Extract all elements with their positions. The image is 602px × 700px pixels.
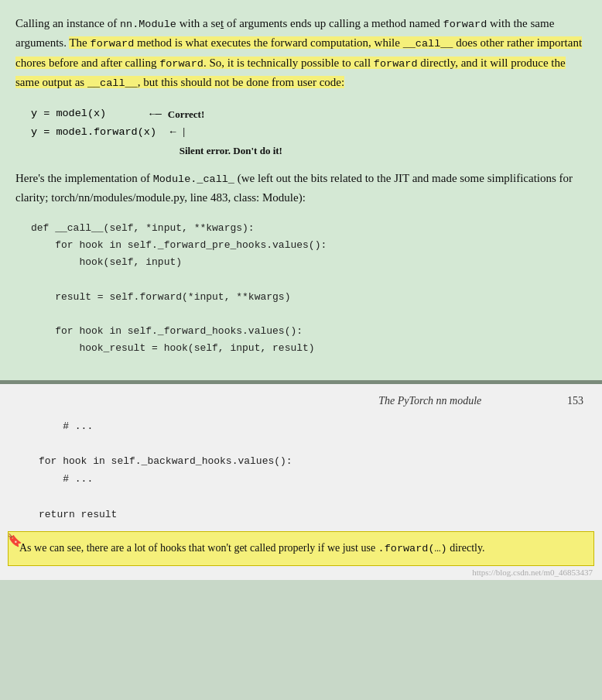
diagram-row2-container: y = model.forward(x) ← | Silent error. D… — [31, 123, 587, 160]
diagram-row2: y = model.forward(x) ← — [31, 123, 176, 142]
prose-paragraph1: Calling an instance of nn.Module with a … — [15, 14, 587, 92]
code-forward3: forward — [159, 58, 204, 70]
arrow2: ← — [170, 126, 176, 138]
bottom-code-comment: # ... — [39, 418, 602, 436]
code-line-def: def __call__(self, *input, **kwargs): — [31, 220, 587, 237]
bottom-code-return: return result — [39, 506, 602, 524]
highlight-block: The forward method is what executes the … — [15, 36, 582, 88]
code-forward4: forward — [374, 58, 418, 70]
note-box: 🔖 As we can see, there are a lot of hook… — [8, 531, 594, 566]
text-part1: Calling an instance of — [15, 17, 120, 29]
arrow1: ←— — [149, 105, 162, 123]
code-call1: __call__ — [403, 38, 453, 50]
note-code-forward: .forward(…) — [378, 543, 447, 554]
code-diagram: y = model(x) ←— Correct! y = model.forwa… — [31, 105, 587, 160]
diagram-row1: y = model(x) ←— Correct! — [31, 105, 587, 123]
watermark: https://blog.csdn.net/m0_46853437 — [0, 566, 602, 580]
text-part2: with a set of arguments ends up calling … — [176, 17, 443, 29]
bracket-label: | Silent error. Don't do it! — [180, 123, 282, 160]
bottom-code-blank1 — [39, 436, 602, 454]
code-line-blank2 — [31, 306, 587, 323]
correct-label: Correct! — [168, 105, 204, 123]
code-line-result: result = self.forward(*input, **kwargs) — [31, 289, 587, 306]
prose-paragraph2: Here's the implementation of Module._cal… — [15, 169, 587, 208]
code-line-hook1: hook(self, input) — [31, 254, 587, 271]
code-line-model-forward: y = model.forward(x) — [31, 126, 156, 138]
code-module-call: Module._call_ — [153, 173, 234, 185]
code-line-model-x: y = model(x) — [31, 105, 106, 123]
top-section: Calling an instance of nn.Module with a … — [0, 0, 602, 380]
bottom-section: The PyTorch nn module 153 # ... for hook… — [0, 384, 602, 580]
code-line-hookresult: hook_result = hook(self, input, result) — [31, 340, 587, 357]
code-call2: __call__ — [87, 77, 138, 89]
note-text1: As we can see, there are a lot of hooks … — [19, 542, 378, 554]
page-title: The PyTorch nn module — [293, 395, 568, 407]
code-forward1: forward — [443, 19, 487, 30]
silent-error-text: Silent error. Don't do it! — [180, 142, 282, 160]
bottom-code-forhook: for hook in self._backward_hooks.values(… — [39, 453, 602, 471]
note-text2: directly. — [447, 542, 485, 554]
page-header: The PyTorch nn module 153 — [0, 384, 602, 413]
code-forward2: forward — [91, 38, 135, 50]
note-icon: 🔖 — [7, 530, 22, 551]
code-line-forhook1: for hook in self._forward_pre_hooks.valu… — [31, 237, 587, 254]
code-nn-module: nn.Module — [120, 19, 176, 30]
page-number: 153 — [567, 395, 583, 407]
bottom-code-block: # ... for hook in self._backward_hooks.v… — [39, 418, 602, 524]
text-heres: Here's the implementation of — [15, 172, 153, 184]
bottom-code-comment2: # ... — [39, 471, 602, 489]
main-code-block: def __call__(self, *input, **kwargs): fo… — [31, 220, 587, 357]
code-line-forhook2: for hook in self._forward_hooks.values()… — [31, 323, 587, 340]
code-line-blank1 — [31, 271, 587, 288]
bottom-code-blank2 — [39, 489, 602, 506]
